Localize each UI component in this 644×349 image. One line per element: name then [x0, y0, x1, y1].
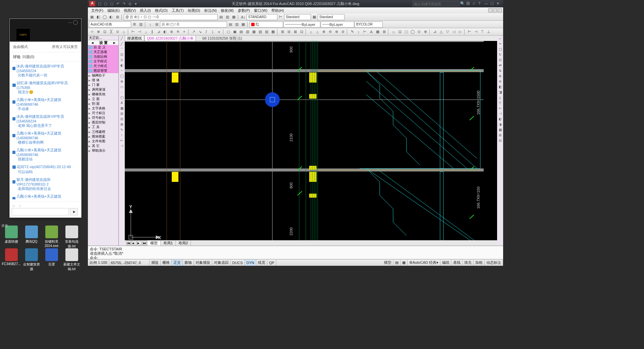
- toolbar-icon[interactable]: ⊣: [137, 29, 143, 35]
- toolbar-icon[interactable]: ▽: [444, 29, 450, 35]
- win-close-icon[interactable]: ✕: [496, 1, 502, 6]
- modify-tool-icon[interactable]: ◨: [498, 90, 502, 95]
- status-toggle[interactable]: 栅格: [161, 260, 172, 266]
- menu-insert[interactable]: 插入(I): [139, 8, 152, 13]
- toolbar-icon[interactable]: ⊡: [299, 29, 305, 35]
- layout-tab[interactable]: 布局2: [176, 241, 191, 246]
- modify-tool-icon[interactable]: ▽: [498, 101, 502, 106]
- palette-title[interactable]: 天正软...: [88, 36, 118, 40]
- send-button[interactable]: ➤: [70, 208, 78, 215]
- draw-tool-icon[interactable]: ◯: [119, 74, 124, 79]
- modify-tool-icon[interactable]: ◑: [498, 122, 502, 127]
- palette-category[interactable]: ▸ 图块图案: [88, 134, 118, 139]
- modify-tool-icon[interactable]: ◧: [498, 85, 502, 90]
- textstyle-dropdown[interactable]: STANDARD: [247, 14, 277, 20]
- draw-tool-icon[interactable]: A: [119, 101, 124, 106]
- close-icon[interactable]: [73, 20, 78, 25]
- modify-tool-icon[interactable]: ⊡: [498, 58, 502, 63]
- toolbar-icon[interactable]: ⊖: [327, 29, 333, 35]
- status-toggle[interactable]: 正交: [172, 260, 183, 266]
- workspace-status[interactable]: ⚙AutoCAD 经典 ▾: [408, 260, 440, 266]
- gear-icon[interactable]: ⚙: [131, 21, 138, 28]
- toolbar-icon[interactable]: ⊠: [292, 29, 298, 35]
- command-line[interactable]: 命令: TSECTSTAIR 请选择插入点:*取消* 命令:: [88, 246, 503, 259]
- toolbar-icon[interactable]: ▤: [238, 29, 244, 35]
- layer-prop-icon[interactable]: ▦: [89, 14, 95, 20]
- modify-tool-icon[interactable]: ⊕: [498, 74, 502, 79]
- mdi-close-icon[interactable]: [498, 8, 502, 12]
- chat-message-list[interactable]: 沐风·滁州建筑实战班VIP学员(154558224分数不能代表一切回忆录·滁州建…: [10, 62, 81, 199]
- toolbar-icon[interactable]: ◁: [451, 29, 457, 35]
- desktop-icon[interactable]: 新建文本文稿.txt: [62, 248, 81, 271]
- toolbar-icon[interactable]: ▦: [375, 29, 381, 35]
- menu-format[interactable]: 格式(O): [154, 8, 169, 13]
- palette-category[interactable]: ▸ 图层控制: [88, 120, 118, 125]
- palette-category[interactable]: ▸ 轴网柱子: [88, 73, 118, 78]
- toolbar-icon[interactable]: ⊿: [156, 29, 162, 35]
- tool-icon[interactable]: ▤: [227, 21, 233, 28]
- desktop-icon[interactable]: 腾讯QQ: [22, 226, 41, 244]
- search-icon[interactable]: 🔍: [460, 1, 466, 6]
- toolbar-icon[interactable]: ⊞: [279, 29, 285, 35]
- sroam-icon[interactable]: ⛓: [466, 1, 472, 6]
- toolbar-icon[interactable]: ⤴: [203, 29, 209, 35]
- tool-icon[interactable]: ↕: [147, 21, 153, 28]
- dim-icon[interactable]: ⊢: [278, 14, 284, 20]
- menu-dim[interactable]: 标注(N): [203, 8, 218, 13]
- status-toggle[interactable]: QP: [267, 260, 276, 266]
- toolbar-icon[interactable]: ╳: [108, 29, 114, 35]
- status-toggle[interactable]: 动态标注: [485, 260, 503, 266]
- color-dropdown[interactable]: 红: [250, 21, 283, 28]
- toolbar-icon[interactable]: ⤵: [210, 29, 216, 35]
- status-toggle[interactable]: 线宽: [256, 260, 267, 266]
- layer-dropdown[interactable]: @ 吕 剑 | ♀ ◎ ▢ · □ 0: [124, 14, 218, 20]
- draw-tool-icon[interactable]: ╱: [119, 37, 124, 41]
- draw-tool-icon[interactable]: ⌒: [119, 47, 124, 52]
- draw-tool-icon[interactable]: ▢: [119, 96, 124, 100]
- desktop-icon[interactable]: 安装包连接.txt: [62, 226, 81, 249]
- toolbar-icon[interactable]: ⊢: [362, 29, 368, 35]
- status-icon[interactable]: ▤: [393, 260, 400, 266]
- menu-file[interactable]: 文件(F): [90, 8, 105, 13]
- toolbar-icon[interactable]: ⌂: [314, 29, 320, 35]
- draw-tool-icon[interactable]: ◐: [119, 63, 124, 68]
- status-toggle[interactable]: 对象捕捉: [194, 260, 212, 266]
- tool-icon[interactable]: ▦: [240, 21, 246, 28]
- tab-nav-last-icon[interactable]: ⏭: [143, 241, 147, 245]
- qat-more-icon[interactable]: ▾: [133, 1, 139, 6]
- modify-tool-icon[interactable]: ⊢: [498, 106, 502, 111]
- mdi-restore-icon[interactable]: [493, 8, 497, 12]
- toolbar-icon[interactable]: ▷: [457, 29, 463, 35]
- drawing-canvas[interactable]: 900 2 2100 800 2200: [125, 41, 497, 240]
- modify-tool-icon[interactable]: ↻: [498, 53, 502, 57]
- app-titlebar[interactable]: A ▢ ▢ ▢ ↶ ↷ ⎙ ▾ 天正软件-建筑系统 2014 For AutoC…: [88, 0, 503, 7]
- toolbar-icon[interactable]: ⊹: [89, 29, 95, 35]
- toolbar-icon[interactable]: ↗: [191, 29, 197, 35]
- lineweight-dropdown[interactable]: ─── ByLayer: [321, 21, 354, 28]
- palette-item[interactable]: 尺寸样式: [88, 64, 118, 68]
- palette-category[interactable]: ▸ 符号标注: [88, 115, 118, 120]
- tool-icon[interactable]: ⊞: [154, 21, 160, 28]
- desktop-icon[interactable]: 按键精灵2014.exe: [42, 226, 61, 248]
- mdi-min-icon[interactable]: [488, 8, 492, 12]
- help-search-input[interactable]: [413, 1, 460, 6]
- status-toggle[interactable]: 捕捉: [150, 260, 161, 266]
- dimstyle-dropdown[interactable]: Standard: [284, 14, 311, 20]
- palette-category[interactable]: ▸ 三维建模: [88, 130, 118, 134]
- annot-icon[interactable]: A↕: [240, 14, 246, 20]
- desktop-icon[interactable]: FC345B27...: [2, 248, 20, 266]
- toolbar-icon[interactable]: ⊕: [321, 29, 327, 35]
- toolbar-icon[interactable]: ↘: [197, 29, 203, 35]
- toolbar-icon[interactable]: ⊕: [95, 29, 101, 35]
- toolbar-icon[interactable]: ⌂: [308, 29, 314, 35]
- status-toggle[interactable]: 极轴: [183, 260, 194, 266]
- modify-tool-icon[interactable]: ⊣: [498, 112, 502, 116]
- toolbar-icon[interactable]: ◐: [162, 29, 168, 35]
- toolbar-icon[interactable]: ⊢: [130, 29, 136, 35]
- tab-nav-next-icon[interactable]: ▸: [137, 241, 142, 245]
- modify-tool-icon[interactable]: ▦: [498, 128, 502, 133]
- palette-item[interactable]: 当前比例: [88, 54, 118, 59]
- layer-icon[interactable]: ▦: [231, 14, 237, 20]
- qat-save-icon[interactable]: ▢: [109, 1, 114, 6]
- modify-tool-icon[interactable]: ↔: [498, 37, 502, 41]
